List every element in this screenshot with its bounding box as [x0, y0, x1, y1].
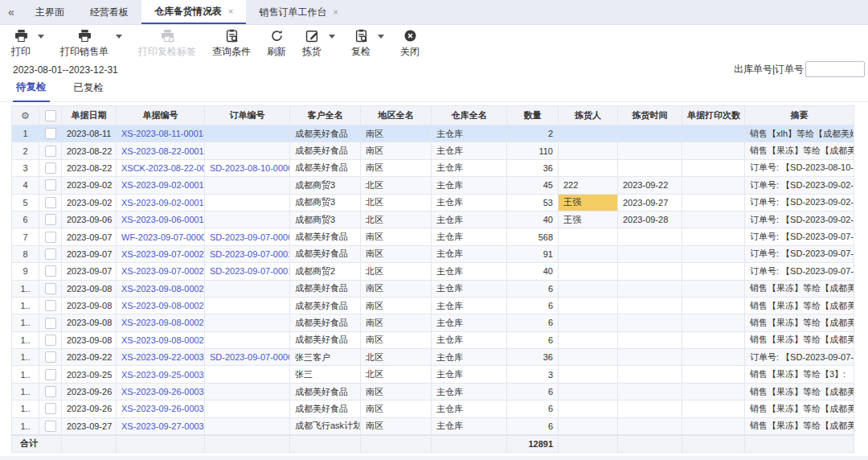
- order-no-link[interactable]: SD-2023-09-07-00014: [205, 263, 290, 280]
- order-no-link[interactable]: [205, 417, 290, 434]
- row-checkbox[interactable]: [45, 318, 56, 329]
- table-row[interactable]: 3 2023-08-22 XSCK-2023-08-22-00001 SD-20…: [12, 159, 854, 176]
- table-row[interactable]: 6 2023-09-06 XS-2023-09-06-00018 成都商贸3 北…: [12, 211, 854, 228]
- order-no-link[interactable]: [205, 314, 290, 331]
- query-conditions-button[interactable]: 查询条件: [212, 29, 251, 59]
- table-row[interactable]: 1.. 2023-09-08 XS-2023-09-08-00026 成都美好食…: [12, 314, 854, 331]
- table-row[interactable]: 1 2023-08-11 XS-2023-08-11-00013 成都美好食品 …: [12, 125, 854, 142]
- tab-close-icon[interactable]: ×: [333, 7, 338, 17]
- table-row[interactable]: 5 2023-09-02 XS-2023-09-02-00017 成都商贸3 北…: [12, 194, 854, 211]
- table-row[interactable]: 1.. 2023-09-27 XS-2023-09-27-00034 成都飞行a…: [12, 417, 854, 434]
- tab-dashboard[interactable]: 经营看板: [77, 0, 141, 24]
- doc-no-link[interactable]: XS-2023-09-25-00031: [117, 366, 205, 383]
- doc-no-link[interactable]: XS-2023-09-08-00025: [117, 297, 205, 314]
- order-no-link[interactable]: [205, 280, 290, 297]
- row-checkbox[interactable]: [45, 421, 56, 432]
- caret-down-icon[interactable]: [378, 35, 384, 39]
- order-no-link[interactable]: SD-2023-09-07-00017: [205, 245, 290, 262]
- col-header-print-count[interactable]: 单据打印次数: [682, 106, 745, 125]
- col-header-customer[interactable]: 客户全名: [290, 106, 361, 125]
- order-no-link[interactable]: SD-2023-09-07-00005: [205, 349, 290, 366]
- order-no-link[interactable]: [205, 366, 290, 383]
- subtab-rechecked[interactable]: 已复检: [71, 81, 108, 101]
- order-no-link[interactable]: [205, 400, 290, 417]
- table-row[interactable]: 1.. 2023-09-08 XS-2023-09-08-00027 成都美好食…: [12, 331, 854, 348]
- refresh-button[interactable]: 刷新: [267, 29, 286, 59]
- row-checkbox[interactable]: [45, 265, 56, 277]
- order-no-link[interactable]: [205, 383, 290, 400]
- row-checkbox[interactable]: [45, 232, 56, 243]
- col-header-picker[interactable]: 拣货人: [559, 106, 618, 125]
- recheck-button[interactable]: 复检: [351, 29, 371, 59]
- doc-no-link[interactable]: XS-2023-09-27-00034: [117, 417, 205, 434]
- row-checkbox[interactable]: [45, 248, 56, 260]
- order-no-link[interactable]: SD-2023-08-10-00002: [205, 159, 290, 176]
- picking-button[interactable]: 拣货: [302, 29, 321, 59]
- row-checkbox[interactable]: [45, 197, 56, 208]
- row-checkbox[interactable]: [45, 214, 56, 225]
- row-checkbox[interactable]: [45, 128, 56, 139]
- doc-no-link[interactable]: XS-2023-09-08-00024: [117, 280, 205, 297]
- row-checkbox[interactable]: [45, 335, 56, 346]
- doc-no-link[interactable]: WF-2023-09-07-00003: [117, 228, 205, 245]
- table-row[interactable]: 8 2023-09-07 XS-2023-09-07-00022 SD-2023…: [12, 245, 854, 262]
- doc-no-link[interactable]: XS-2023-09-02-00016: [117, 177, 205, 194]
- doc-no-link[interactable]: XSCK-2023-08-22-00001: [117, 159, 205, 176]
- column-settings-gear-icon[interactable]: ⚙: [21, 110, 30, 121]
- row-checkbox[interactable]: [45, 351, 56, 363]
- row-checkbox[interactable]: [45, 403, 56, 414]
- doc-no-link[interactable]: XS-2023-09-02-00017: [117, 194, 205, 211]
- doc-no-link[interactable]: XS-2023-09-06-00018: [117, 211, 205, 228]
- table-row[interactable]: 4 2023-09-02 XS-2023-09-02-00016 成都商贸3 北…: [12, 177, 854, 194]
- row-checkbox[interactable]: [45, 300, 56, 311]
- table-row[interactable]: 1.. 2023-09-08 XS-2023-09-08-00024 成都美好食…: [12, 280, 854, 297]
- doc-no-link[interactable]: XS-2023-09-26-00032: [117, 383, 205, 400]
- col-header-doc-no[interactable]: 单据编号: [117, 106, 205, 125]
- row-checkbox[interactable]: [45, 386, 56, 397]
- row-checkbox[interactable]: [45, 179, 56, 191]
- tab-sales-order-workbench[interactable]: 销售订单工作台 ×: [246, 0, 350, 24]
- table-row[interactable]: 1.. 2023-09-22 XS-2023-09-22-00030 SD-20…: [12, 349, 854, 366]
- table-row[interactable]: 2 2023-08-22 XS-2023-08-22-00014 成都美好食品 …: [12, 142, 854, 159]
- doc-no-link[interactable]: XS-2023-09-07-00023: [117, 263, 205, 280]
- order-no-link[interactable]: [205, 177, 290, 194]
- doc-no-link[interactable]: XS-2023-09-08-00027: [117, 331, 205, 348]
- col-header-warehouse[interactable]: 仓库全名: [432, 106, 507, 125]
- doc-no-link[interactable]: XS-2023-08-11-00013: [117, 125, 205, 142]
- row-checkbox[interactable]: [45, 146, 56, 157]
- order-no-link[interactable]: [205, 331, 290, 348]
- col-header-order-no[interactable]: 订单编号: [205, 106, 290, 125]
- table-row[interactable]: 1.. 2023-09-25 XS-2023-09-25-00031 张三 北区…: [12, 366, 854, 383]
- subtab-pending-recheck[interactable]: 待复检: [13, 80, 50, 102]
- select-all-checkbox[interactable]: [45, 110, 56, 121]
- tab-home[interactable]: 主界面: [23, 0, 77, 24]
- caret-down-icon[interactable]: [38, 35, 44, 39]
- col-header-region[interactable]: 地区全名: [361, 106, 432, 125]
- tab-warehouse-stock-report[interactable]: 仓库备货情况表 ×: [141, 0, 246, 24]
- col-header-qty[interactable]: 数量: [507, 106, 559, 125]
- table-row[interactable]: 1.. 2023-09-26 XS-2023-09-26-00033 成都美好食…: [12, 400, 854, 417]
- row-checkbox[interactable]: [45, 283, 56, 294]
- caret-down-icon[interactable]: [116, 35, 122, 39]
- order-no-link[interactable]: [205, 194, 290, 211]
- order-no-link[interactable]: SD-2023-09-07-00009: [205, 228, 290, 245]
- print-button[interactable]: 打印: [11, 29, 31, 59]
- doc-no-link[interactable]: XS-2023-08-22-00014: [117, 142, 205, 159]
- order-no-link[interactable]: [205, 142, 290, 159]
- print-sales-order-button[interactable]: 打印销售单: [60, 29, 108, 59]
- col-header-summary[interactable]: 摘要: [745, 106, 854, 125]
- order-no-link[interactable]: [205, 125, 290, 142]
- order-no-search-input[interactable]: [805, 61, 865, 77]
- doc-no-link[interactable]: XS-2023-09-08-00026: [117, 314, 205, 331]
- collapse-sidebar-icon[interactable]: «: [0, 0, 23, 24]
- col-header-doc-date[interactable]: 单据日期: [62, 106, 117, 125]
- caret-down-icon[interactable]: [329, 35, 335, 39]
- table-row[interactable]: 9 2023-09-07 XS-2023-09-07-00023 SD-2023…: [12, 263, 854, 280]
- table-row[interactable]: 7 2023-09-07 WF-2023-09-07-00003 SD-2023…: [12, 228, 854, 245]
- close-button[interactable]: 关闭: [400, 29, 420, 59]
- row-checkbox[interactable]: [45, 162, 56, 174]
- table-row[interactable]: 1.. 2023-09-08 XS-2023-09-08-00025 成都美好食…: [12, 297, 854, 314]
- col-header-pick-time[interactable]: 拣货时间: [618, 106, 682, 125]
- doc-no-link[interactable]: XS-2023-09-22-00030: [117, 349, 205, 366]
- table-row[interactable]: 1.. 2023-09-26 XS-2023-09-26-00032 成都美好食…: [12, 383, 854, 400]
